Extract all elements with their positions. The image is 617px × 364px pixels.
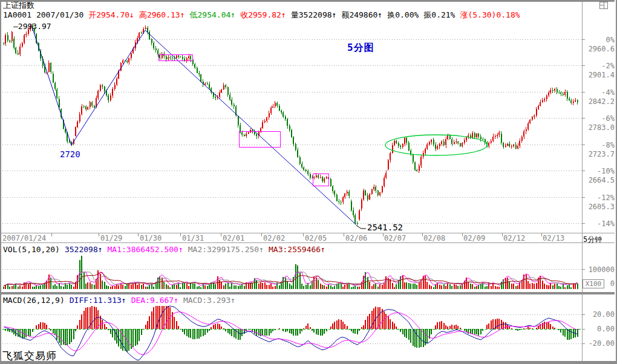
quote-volume-arrow: ↑ — [332, 10, 337, 19]
macd-header-item-0: DIFF:11.313↑ — [70, 296, 126, 305]
pct-axis-label: -14% — [597, 219, 615, 228]
window-border-top — [0, 0, 615, 2]
volume-header-item-2: MA2:3299175.250↑ — [188, 245, 264, 254]
macd-value: DIFF:11.313 — [70, 296, 122, 305]
pct-axis-label: 0% — [606, 36, 615, 44]
page-title: 上证指数 — [3, 1, 34, 10]
pct-axis-label: -4% — [601, 88, 615, 97]
axis-tick — [582, 171, 585, 171]
date-label: 01/31 — [182, 235, 204, 242]
main-candlestick-chart[interactable] — [0, 0, 582, 243]
chart-type-label: 5分图 — [347, 42, 374, 54]
volume-header-item-0: 3522098↑ — [65, 245, 103, 254]
macd-arrow: ↑ — [174, 296, 178, 305]
price-axis-label: 2842.2 — [589, 97, 615, 106]
axis-tick — [582, 223, 585, 224]
main-panel-divider — [0, 233, 615, 233]
volume-arrow: ↑ — [259, 245, 264, 254]
date-label: 02/01 — [223, 235, 244, 242]
quote-amplitude-value: 振0.21% — [423, 10, 455, 19]
quote-turnover-value: 换0.00% — [387, 10, 419, 19]
axis-column-divider — [582, 2, 583, 361]
volume-macd-divider — [0, 292, 615, 294]
date-label: 02/06 — [345, 235, 367, 242]
peak-price-label: —2993.97 — [13, 22, 51, 31]
axis-tick — [582, 92, 585, 93]
axis-tick — [582, 197, 585, 198]
price-axis-label: 2723.7 — [589, 150, 615, 158]
pct-axis-label: -12% — [597, 193, 615, 202]
price-axis-label: 2664.5 — [589, 176, 615, 184]
volume-value: MA2:3299175.250 — [188, 245, 259, 254]
price-axis-label: 2783.0 — [589, 123, 615, 132]
quote-low-arrow: ↑ — [230, 10, 235, 19]
quote-info-bar: 1A00012007/01/30开2954.70↓高2960.13↑低2954.… — [3, 10, 520, 19]
quote-field-change: 涨(5.30)0.18% — [460, 10, 520, 19]
window-border-bottom — [0, 361, 617, 364]
price-axis-label: 2901.4 — [589, 71, 615, 79]
macd-arrow: ↑ — [122, 296, 126, 305]
volume-header-item-3: MA3:2559466↑ — [269, 245, 325, 254]
macd-header-item-2: MACD:3.293↑ — [183, 296, 235, 305]
volume-value: MA3:2559466 — [269, 245, 321, 254]
volume-arrow: ↑ — [321, 245, 325, 254]
quote-field-high: 高2960.13↑ — [139, 10, 185, 19]
macd-value: DEA:9.667 — [131, 296, 174, 305]
volume-grid-label: 100000 — [589, 266, 615, 274]
volume-value: MA1:3866452.500 — [108, 245, 178, 254]
quote-close-arrow: ↑ — [281, 10, 286, 19]
pct-axis-label: -8% — [601, 141, 615, 149]
macd-header: MACD(26,12,9)DIFF:11.313↑DEA:9.667↑MACD:… — [3, 296, 235, 305]
period-label[interactable]: 5分钟 — [583, 235, 613, 245]
date-row-divider — [0, 242, 615, 243]
axis-tick — [582, 145, 585, 145]
app-window: 上证指数 1A00012007/01/30开2954.70↓高2960.13↑低… — [0, 0, 617, 364]
macd-header-item-1: DEA:9.667↑ — [131, 296, 178, 305]
volume-unit-box: X100 — [583, 279, 604, 288]
axis-tick — [582, 39, 585, 40]
macd-value: MACD:3.293 — [183, 296, 230, 305]
axis-tick — [582, 314, 585, 315]
quote-field-turnover: 换0.00% — [387, 10, 419, 19]
macd-axis-label: 20.00 — [593, 310, 615, 319]
volume-header-item-1: MA1:3866452.500↑ — [108, 245, 183, 254]
pct-axis-label: -2% — [601, 62, 615, 70]
macd-indicator-name: MACD(26,12,9) — [3, 296, 65, 305]
date-label: 02/08 — [423, 235, 445, 242]
date-label: 02/07 — [384, 235, 406, 242]
volume-zero-label: 0 — [610, 280, 615, 288]
quote-change-value: 涨(5.30)0.18% — [460, 10, 520, 19]
quote-high-value: 高2960.13 — [139, 10, 180, 19]
pct-axis-label: -10% — [597, 167, 615, 175]
axis-tick — [582, 343, 585, 344]
macd-arrow: ↑ — [230, 296, 235, 305]
axis-tick — [582, 329, 585, 330]
quote-open-value: 开2954.70 — [88, 10, 129, 19]
quote-field-close: 收2959.82↑ — [240, 10, 286, 19]
quote-volume-value: 量3522098 — [291, 10, 332, 19]
date-label: 02/13 — [543, 235, 564, 242]
stock-code: 1A0001 — [3, 10, 31, 19]
volume-grid-tick — [582, 269, 585, 270]
quote-field-volume: 量3522098↑ — [291, 10, 337, 19]
date-label: 02/09 — [463, 235, 485, 242]
date-label: 02/05 — [305, 235, 327, 242]
date-label: 01/29 — [100, 235, 122, 242]
date-label: 01/30 — [140, 235, 162, 242]
quote-date: 2007/01/30 — [36, 10, 83, 19]
volume-arrow: ↑ — [178, 245, 183, 254]
window-border-left — [0, 0, 1, 364]
low-price-label: 2541.52 — [367, 223, 403, 232]
volume-value: 3522098 — [65, 245, 98, 254]
price-axis-label: 2605.3 — [589, 203, 615, 211]
window-layout-icon[interactable] — [599, 2, 608, 9]
axis-tick — [582, 118, 585, 119]
macd-axis-label: 0.00 — [597, 325, 615, 333]
quote-high-arrow: ↑ — [180, 10, 185, 19]
quote-field-amount: 额249860↑ — [341, 10, 382, 19]
quote-close-value: 收2959.82 — [240, 10, 281, 19]
trough-price-label: 2720 — [60, 149, 80, 159]
quote-amount-arrow: ↑ — [377, 10, 382, 19]
volume-indicator-name: VOL(5,10,20) — [3, 245, 60, 254]
price-axis-label: 2960.6 — [589, 45, 615, 53]
